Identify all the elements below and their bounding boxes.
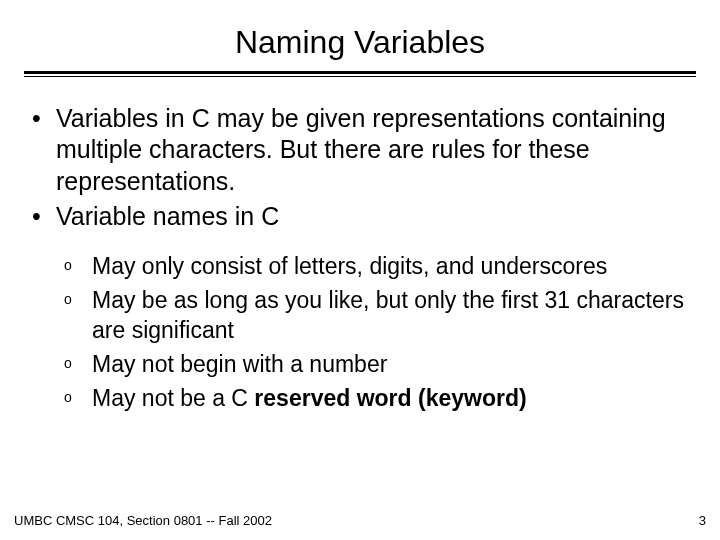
- footer-left: UMBC CMSC 104, Section 0801 -- Fall 2002: [14, 513, 272, 528]
- bullet-item: Variable names in C: [30, 201, 690, 232]
- sub-bullet-item: May be as long as you like, but only the…: [30, 286, 690, 346]
- slide-title: Naming Variables: [24, 24, 696, 61]
- sub-bullet-item: May not be a C reserved word (keyword): [30, 384, 690, 414]
- sub-bullet-text: May not be a C: [92, 385, 254, 411]
- bullet-list: Variables in C may be given representati…: [30, 103, 690, 232]
- sub-bullet-item: May not begin with a number: [30, 350, 690, 380]
- slide-body: Variables in C may be given representati…: [24, 77, 696, 413]
- sub-bullet-list: May only consist of letters, digits, and…: [30, 252, 690, 413]
- page-number: 3: [699, 513, 706, 528]
- sub-bullet-item: May only consist of letters, digits, and…: [30, 252, 690, 282]
- slide: Naming Variables Variables in C may be g…: [0, 0, 720, 540]
- bullet-item: Variables in C may be given representati…: [30, 103, 690, 197]
- footer: UMBC CMSC 104, Section 0801 -- Fall 2002…: [14, 513, 706, 528]
- sub-bullet-bold: reserved word (keyword): [254, 385, 526, 411]
